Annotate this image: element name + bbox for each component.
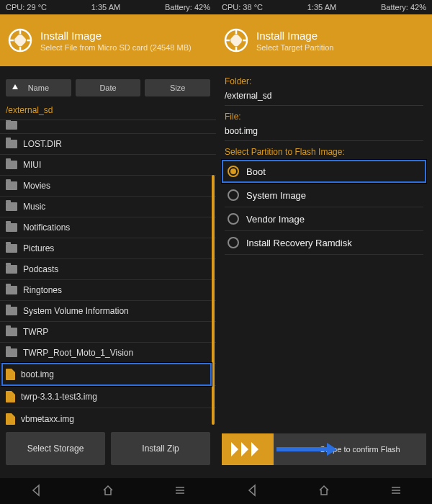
folder-icon (6, 181, 17, 190)
folder-label: Folder: (225, 76, 423, 86)
sort-by-date-button[interactable]: Date (76, 79, 141, 96)
list-item-label: LOST.DIR (23, 139, 62, 149)
swipe-track: Swipe to confirm Flash (274, 433, 426, 465)
current-path[interactable]: /external_sd (0, 102, 216, 120)
list-item-label: twrp-3.3.1-test3.img (21, 392, 97, 402)
list-item[interactable]: TWRP (0, 322, 216, 343)
file-icon (6, 391, 15, 402)
nav-back-icon[interactable] (246, 484, 258, 499)
info-block: Folder: /external_sd File: boot.img Sele… (216, 66, 432, 160)
list-item[interactable]: vbmetaxx.img (0, 408, 216, 425)
sort-name-label: Name (28, 84, 49, 92)
partition-option-boot[interactable]: Boot (225, 160, 423, 184)
radio-icon (228, 213, 239, 225)
folder-icon (6, 348, 17, 357)
status-battery: Battery: 42% (381, 3, 426, 12)
twrp-logo-icon (222, 26, 251, 55)
list-item[interactable]: boot.img (0, 364, 216, 386)
svg-marker-5 (241, 442, 248, 456)
status-bar: CPU: 29 °C 1:35 AM Battery: 42% (0, 0, 216, 14)
partition-label: Vendor Image (246, 214, 305, 225)
list-item[interactable]: TWRP_Root_Moto_1_Vision (0, 343, 216, 364)
folder-icon (6, 286, 17, 294)
list-item[interactable]: twrp-3.3.1-test3.img (0, 386, 216, 408)
svg-marker-2 (33, 485, 39, 495)
sort-by-name-button[interactable]: Name (6, 79, 71, 96)
list-item-label: MIUI (23, 160, 41, 170)
svg-marker-4 (231, 442, 238, 456)
sort-row: Name Date Size (0, 66, 216, 102)
list-item-label: TWRP (23, 327, 48, 337)
list-item-label: Ringtones (23, 285, 62, 295)
twrp-logo-icon (6, 26, 35, 55)
sort-size-label: Size (170, 84, 185, 92)
list-item[interactable]: LOST.DIR (0, 134, 216, 155)
nav-bar (0, 478, 216, 504)
list-item[interactable]: Movies (0, 176, 216, 197)
status-cpu: CPU: 38 °C (222, 3, 263, 12)
file-label: File: (225, 112, 423, 122)
list-item-label: System Volume Information (23, 306, 129, 316)
status-bar: CPU: 38 °C 1:35 AM Battery: 42% (216, 0, 432, 14)
list-item-label: TWRP_Root_Moto_1_Vision (23, 348, 133, 358)
status-cpu: CPU: 29 °C (6, 3, 47, 12)
list-item[interactable]: Podcasts (0, 259, 216, 280)
file-value: boot.img (225, 126, 423, 136)
list-item-label: Movies (23, 181, 50, 191)
page-title: Install Image (40, 30, 210, 42)
header: Install Image Select File from Micro SD … (0, 14, 216, 66)
radio-icon (228, 237, 239, 248)
partition-label: Install Recovery Ramdisk (246, 238, 352, 248)
partition-label: System Image (246, 190, 306, 201)
partition-list: Boot System Image Vendor Image Install R… (216, 160, 432, 255)
file-list[interactable]: LOST.DIR MIUI Movies Music Notifications… (0, 120, 216, 425)
folder-icon (6, 223, 17, 232)
sort-asc-icon (12, 84, 19, 92)
header: Install Image Select Target Partition (216, 14, 432, 66)
nav-home-icon[interactable] (102, 484, 114, 499)
divider (225, 140, 423, 141)
list-item[interactable]: System Volume Information (0, 301, 216, 322)
install-zip-button[interactable]: Install Zip (111, 432, 210, 465)
partition-label: Boot (246, 166, 266, 177)
list-item[interactable]: Music (0, 197, 216, 217)
select-storage-button[interactable]: Select Storage (6, 432, 105, 465)
chevrons-right-icon (228, 441, 267, 458)
partition-option-vendor[interactable]: Vendor Image (225, 207, 423, 231)
scrollbar[interactable] (212, 120, 215, 425)
page-subtitle: Select Target Partition (256, 43, 426, 52)
svg-marker-6 (251, 442, 258, 456)
folder-icon (6, 328, 17, 336)
divider (225, 105, 423, 106)
radio-icon (228, 166, 239, 177)
page-subtitle: Select File from Micro SD card (24548 MB… (40, 43, 210, 52)
partition-option-recovery[interactable]: Install Recovery Ramdisk (225, 231, 423, 255)
folder-icon (6, 244, 17, 253)
nav-home-icon[interactable] (318, 484, 330, 499)
nav-menu-icon[interactable] (390, 484, 402, 499)
swipe-handle[interactable] (222, 433, 274, 465)
scroll-thumb[interactable] (212, 175, 215, 425)
list-item-label: boot.img (21, 369, 54, 379)
list-item-label: Pictures (23, 243, 54, 253)
file-icon (6, 369, 15, 380)
list-item[interactable] (0, 120, 216, 134)
list-item-label: Music (23, 202, 45, 212)
svg-marker-1 (12, 84, 18, 89)
list-item[interactable]: Pictures (0, 238, 216, 259)
list-item-label: Notifications (23, 222, 70, 233)
list-item[interactable]: Ringtones (0, 280, 216, 301)
swipe-to-confirm[interactable]: Swipe to confirm Flash (222, 433, 426, 465)
folder-icon (6, 202, 17, 211)
folder-icon (6, 307, 17, 315)
annotation-arrow-icon (276, 443, 337, 456)
nav-back-icon[interactable] (30, 484, 42, 499)
status-battery: Battery: 42% (165, 3, 210, 12)
sort-by-size-button[interactable]: Size (145, 79, 210, 96)
list-item[interactable]: Notifications (0, 217, 216, 238)
nav-menu-icon[interactable] (174, 484, 186, 499)
install-zip-label: Install Zip (142, 444, 179, 454)
partition-option-system[interactable]: System Image (225, 184, 423, 207)
folder-icon (6, 161, 17, 169)
list-item[interactable]: MIUI (0, 155, 216, 176)
